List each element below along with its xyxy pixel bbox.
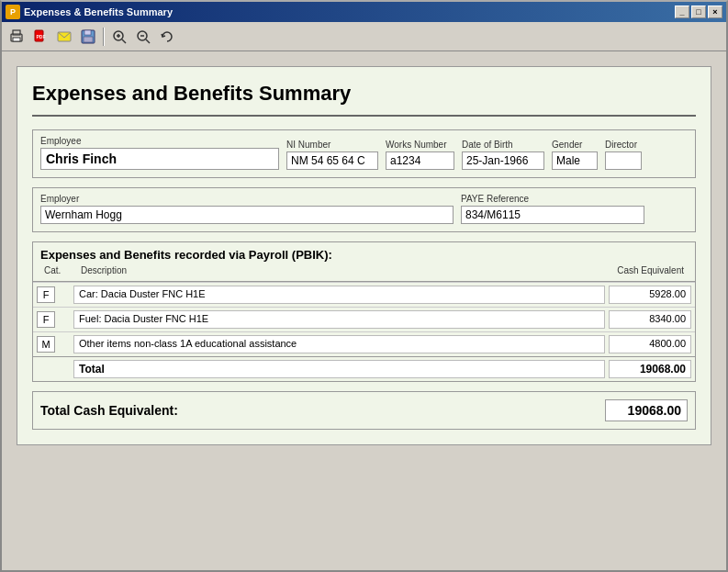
svg-rect-7 [84,30,91,35]
pbik-row-desc: Car: Dacia Duster FNC H1E [73,286,605,304]
works-label: Works Number [386,140,454,150]
svg-rect-2 [13,38,20,41]
pbik-row-amount: 5928.00 [609,286,691,304]
employer-label: Employer [40,194,454,204]
close-button[interactable]: × [708,6,722,18]
director-value [605,151,642,170]
paye-field-group: PAYE Reference 834/M6115 [461,194,644,224]
employer-row: Employer Wernham Hogg PAYE Reference 834… [40,194,688,224]
col-cat-header: Cat. [44,265,81,275]
email-button[interactable] [53,26,75,48]
total-cash-section: Total Cash Equivalent: 19068.00 [32,391,696,430]
window-title: Expenses & Benefits Summary [24,6,675,17]
employee-label: Employee [40,136,279,146]
zoom-in-button[interactable] [108,26,130,48]
pbik-row-cat: F [37,286,73,303]
gender-label: Gender [552,140,598,150]
employee-section: Employee Chris Finch NI Number NM 54 65 … [32,129,696,178]
pbik-row: FCar: Dacia Duster FNC H1E5928.00 [33,282,695,307]
employer-field-group: Employer Wernham Hogg [40,194,454,224]
refresh-button[interactable] [156,26,178,48]
svg-rect-8 [84,37,93,42]
pbik-row-desc: Other items non-class 1A educational ass… [73,335,605,353]
pbik-row-amount: 4800.00 [609,335,691,353]
ni-label: NI Number [286,140,378,150]
main-window: P Expenses & Benefits Summary _ □ × PDF [0,0,728,572]
pbik-row-cat: M [37,336,73,353]
pbik-cat-box: F [37,311,55,328]
pbik-row-amount: 8340.00 [609,310,691,329]
dob-field-group: Date of Birth 25-Jan-1966 [462,140,544,170]
app-icon: P [6,5,20,19]
pbik-title: Expenses and Benefits recorded via Payro… [40,248,688,262]
pdf-button[interactable]: PDF [29,26,51,48]
title-bar: P Expenses & Benefits Summary _ □ × [2,2,726,22]
pbik-row: FFuel: Dacia Duster FNC H1E8340.00 [33,307,695,331]
toolbar-separator [103,28,105,46]
pbik-cat-box: F [37,286,55,303]
pbik-row: MOther items non-class 1A educational as… [33,331,695,356]
svg-line-14 [146,39,150,43]
pbik-column-headers: Cat. Description Cash Equivalent [40,265,688,275]
print-button[interactable] [6,26,28,48]
gender-field-group: Gender Male [552,140,598,170]
paye-value: 834/M6115 [461,206,644,224]
pbik-cat-box: M [37,336,55,353]
col-desc-header: Description [81,265,601,275]
svg-text:PDF: PDF [37,34,46,39]
svg-line-10 [122,39,126,43]
employer-value: Wernham Hogg [40,206,454,224]
zoom-out-button[interactable] [132,26,154,48]
works-field-group: Works Number a1234 [386,140,454,170]
total-cash-value: 19068.00 [605,399,688,421]
minimize-button[interactable]: _ [675,6,689,18]
pbik-total-row: Total 19068.00 [33,356,695,381]
report-title: Expenses and Benefits Summary [32,82,696,117]
content-area: Expenses and Benefits Summary Employee C… [2,51,726,570]
employer-section: Employer Wernham Hogg PAYE Reference 834… [32,187,696,232]
pbik-rows: FCar: Dacia Duster FNC H1E5928.00FFuel: … [33,282,695,356]
toolbar: PDF [2,22,726,51]
pbik-row-cat: F [37,311,73,328]
ni-value: NM 54 65 64 C [286,151,378,170]
pbik-section: Expenses and Benefits recorded via Payro… [32,241,696,382]
ni-field-group: NI Number NM 54 65 64 C [286,140,378,170]
col-cash-header: Cash Equivalent [601,265,684,275]
maximize-button[interactable]: □ [691,6,706,18]
pbik-total-label: Total [73,360,605,378]
pbik-row-desc: Fuel: Dacia Duster FNC H1E [73,310,605,329]
employee-field-group: Employee Chris Finch [40,136,279,170]
pbik-total-value: 19068.00 [609,360,691,378]
gender-value: Male [552,151,598,170]
report-container: Expenses and Benefits Summary Employee C… [17,66,711,445]
total-cash-label: Total Cash Equivalent: [40,403,178,418]
dob-value: 25-Jan-1966 [462,151,544,170]
director-field-group: Director [605,140,642,170]
employee-row: Employee Chris Finch NI Number NM 54 65 … [40,136,688,170]
dob-label: Date of Birth [462,140,544,150]
employee-value: Chris Finch [40,148,279,170]
works-value: a1234 [386,151,454,170]
window-controls: _ □ × [675,6,722,18]
director-label: Director [605,140,642,150]
pbik-header: Expenses and Benefits recorded via Payro… [33,242,695,282]
paye-label: PAYE Reference [461,194,644,204]
save-button[interactable] [77,26,99,48]
